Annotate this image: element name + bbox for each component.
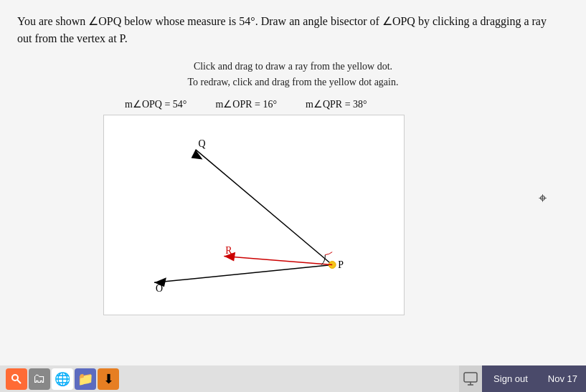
instruction-box: Click and drag to draw a ray from the ye… [17, 59, 569, 91]
taskbar-icons: 🗂 🌐 📁 ⬇ [0, 368, 459, 390]
diagram-container[interactable]: Q O P R [103, 115, 405, 315]
search-taskbar-icon[interactable] [6, 368, 27, 390]
svg-text:O: O [156, 283, 163, 294]
signout-button[interactable]: Sign out [482, 365, 539, 392]
folder-taskbar-icon[interactable]: 🗂 [29, 368, 50, 390]
svg-point-12 [12, 375, 18, 381]
svg-text:Q: Q [199, 138, 206, 148]
cursor-icon: ⌖ [539, 190, 547, 206]
instruction-line1: Click and drag to draw a ray from the ye… [17, 59, 569, 75]
main-content: You are shown ∠OPQ below whose measure i… [0, 0, 586, 365]
svg-text:P: P [338, 259, 344, 270]
files-taskbar-icon[interactable]: 📁 [75, 368, 96, 390]
terminal-taskbar-icon[interactable]: ⬇ [98, 368, 119, 390]
angle-opq-measure: m∠OPQ = 54° [125, 98, 186, 110]
angle-opr-measure: m∠OPR = 16° [215, 98, 277, 110]
date-label: Nov 17 [539, 365, 586, 392]
svg-rect-0 [105, 115, 404, 315]
chrome-taskbar-icon[interactable]: 🌐 [52, 368, 73, 390]
svg-line-13 [17, 380, 21, 383]
problem-statement: You are shown ∠OPQ below whose measure i… [17, 15, 547, 44]
problem-text: You are shown ∠OPQ below whose measure i… [17, 13, 562, 47]
angle-qpr-measure: m∠QPR = 38° [306, 98, 367, 110]
angle-measures: m∠OPQ = 54° m∠OPR = 16° m∠QPR = 38° [125, 98, 569, 110]
diagram-svg[interactable]: Q O P R [104, 115, 404, 315]
instruction-line2: To redraw, click and drag from the yello… [17, 75, 569, 90]
svg-text:R: R [225, 244, 232, 255]
taskbar: 🗂 🌐 📁 ⬇ Sign out Nov 17 [0, 365, 586, 392]
monitor-icon [459, 365, 482, 392]
svg-rect-14 [464, 373, 477, 382]
